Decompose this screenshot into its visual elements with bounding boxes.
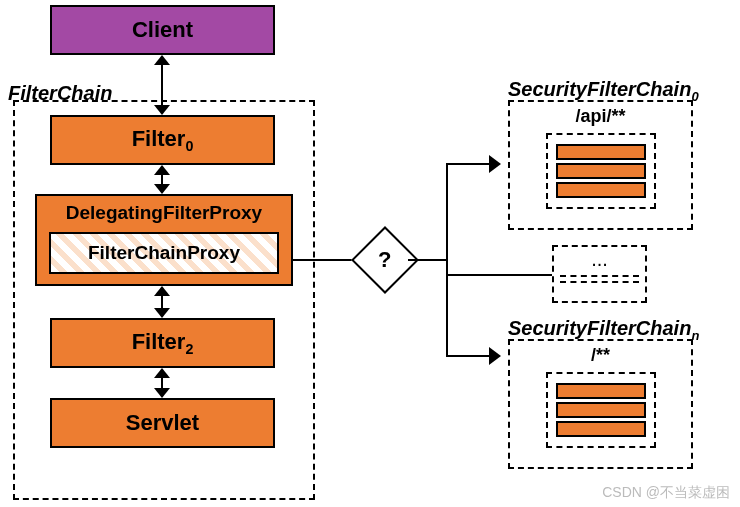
arrow-filter2-servlet [154, 368, 170, 398]
arrowhead-sfc0 [491, 157, 501, 171]
mini-filter-bar [556, 421, 646, 437]
ellipsis-box: ... [552, 245, 647, 303]
connector-to-ellipsis [446, 274, 552, 276]
servlet-label: Servlet [126, 410, 199, 436]
fcp-label: FilterChainProxy [88, 242, 240, 264]
arrow-filter0-delegating [154, 165, 170, 194]
arrow-delegating-filter2 [154, 286, 170, 318]
client-label: Client [132, 17, 193, 43]
sfc0-path: /api/** [510, 102, 691, 127]
client-box: Client [50, 5, 275, 55]
arrowhead-sfcn [491, 349, 501, 363]
sfcn-filters [546, 372, 656, 448]
ellipsis-dashline [560, 275, 639, 283]
filter0-label: Filter0 [132, 126, 194, 154]
sfc0-filters [546, 133, 656, 209]
connector-to-sfcn [446, 355, 491, 357]
decision-label: ? [378, 247, 391, 273]
mini-filter-bar [556, 383, 646, 399]
filter0-box: Filter0 [50, 115, 275, 165]
filter2-label: Filter2 [132, 329, 194, 357]
filter-chain-proxy-box: FilterChainProxy [49, 232, 279, 274]
sfcn-box: /** [508, 339, 693, 469]
filter2-box: Filter2 [50, 318, 275, 368]
watermark: CSDN @不当菜虚困 [602, 484, 730, 502]
ellipsis-label: ... [554, 248, 645, 271]
connector-decision-branch [408, 259, 448, 261]
sfcn-path: /** [510, 341, 691, 366]
servlet-box: Servlet [50, 398, 275, 448]
mini-filter-bar [556, 182, 646, 198]
sfc0-box: /api/** [508, 100, 693, 230]
mini-filter-bar [556, 144, 646, 160]
delegating-filter-proxy-box: DelegatingFilterProxy FilterChainProxy [35, 194, 293, 286]
connector-to-sfc0 [446, 163, 491, 165]
mini-filter-bar [556, 402, 646, 418]
mini-filter-bar [556, 163, 646, 179]
delegating-label: DelegatingFilterProxy [66, 202, 262, 224]
connector-vertical [446, 163, 448, 357]
